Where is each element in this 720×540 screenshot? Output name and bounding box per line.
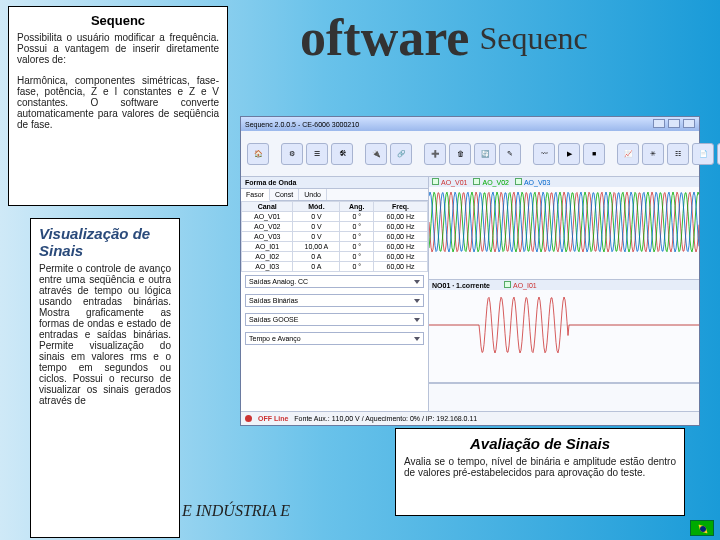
table-cell[interactable]: 60,00 Hz [374,262,428,272]
ribbon-list-icon[interactable]: ☷ [667,143,689,165]
info-box-visualizacao: Visualização de Sinais Permite o control… [30,218,180,538]
tab-undo[interactable]: Undo [299,189,327,200]
table-row[interactable]: AO_I030 A0 °60,00 Hz [242,262,428,272]
table-cell[interactable]: 0 ° [340,232,374,242]
ribbon-config-icon[interactable]: 🛠 [331,143,353,165]
table-cell[interactable]: 0 ° [340,252,374,262]
col-freq: Freq. [374,202,428,212]
table-cell[interactable]: 0 ° [340,212,374,222]
window-close-button[interactable] [683,119,695,128]
table-cell[interactable]: 60,00 Hz [374,212,428,222]
app-title: Sequenc 2.0.0.5 - CE-6006 3000210 [245,121,359,128]
status-indicator-icon [245,415,252,422]
app-titlebar[interactable]: Sequenc 2.0.0.5 - CE-6006 3000210 [241,117,699,131]
table-row[interactable]: AO_V010 V0 °60,00 Hz [242,212,428,222]
col-mod: Mód. [293,202,340,212]
dropdown-saidas-analog[interactable]: Saídas Analog. CC [245,275,424,288]
info-box-sequenc: Sequenc Possibilita o usuário modificar … [8,6,228,206]
ribbon-wave-icon[interactable]: 〰 [533,143,555,165]
table-row[interactable]: AO_V030 V0 °60,00 Hz [242,232,428,242]
ribbon-settings-icon[interactable]: ⚙ [281,143,303,165]
dropdown-saidas-binarias[interactable]: Saídas Binárias [245,294,424,307]
dropdown-tempo-avanco[interactable]: Tempo e Avanço [245,332,424,345]
status-mode: OFF Line [258,415,288,422]
info-box-avaliacao: Avaliação de Sinais Avalia se o tempo, n… [395,428,685,516]
table-cell[interactable]: 60,00 Hz [374,222,428,232]
window-minimize-button[interactable] [653,119,665,128]
table-cell[interactable]: AO_V01 [242,212,293,222]
ribbon-chart-icon[interactable]: 📈 [617,143,639,165]
table-cell[interactable]: AO_I01 [242,242,293,252]
tab-const[interactable]: Const [270,189,299,200]
tab-fasor[interactable]: Fasor [241,189,270,201]
info-box-avaliacao-heading: Avaliação de Sinais [404,435,676,452]
legend-v03[interactable]: AO_V03 [524,179,550,186]
table-cell[interactable]: AO_V02 [242,222,293,232]
table-row[interactable]: AO_I020 A0 °60,00 Hz [242,252,428,262]
dropdown-label: Saídas Analog. CC [249,278,308,285]
status-info: Fonte Aux.: 110,00 V / Aquecimento: 0% /… [294,415,477,422]
dropdown-saidas-goose[interactable]: Saídas GOOSE [245,313,424,326]
footer-text: E INDÚSTRIA E [182,502,290,520]
table-cell[interactable]: 60,00 Hz [374,252,428,262]
col-ang: Ang. [340,202,374,212]
chart2-title: NO01 · 1.corrente [432,282,490,289]
ribbon-play-icon[interactable]: ▶ [558,143,580,165]
table-cell[interactable]: 0 ° [340,242,374,252]
ribbon-toolbar: 🏠 ⚙ ☰ 🛠 🔌 🔗 ➕ 🗑 🔄 ✎ 〰 [241,131,699,177]
table-cell[interactable]: 0 A [293,252,340,262]
table-cell[interactable]: AO_V03 [242,232,293,242]
table-cell[interactable]: 10,00 A [293,242,340,252]
left-panel: Forma de Onda Fasor Const Undo Canal Mód… [241,177,429,411]
legend-i01[interactable]: AO_I01 [513,282,537,289]
chevron-down-icon [414,299,420,303]
table-cell[interactable]: 0 V [293,232,340,242]
table-cell[interactable]: 60,00 Hz [374,232,428,242]
ribbon-add-icon[interactable]: ➕ [424,143,446,165]
info-box-visualizacao-heading: Visualização de Sinais [39,225,171,259]
table-cell[interactable]: 60,00 Hz [374,242,428,252]
legend-v01[interactable]: AO_V01 [441,179,467,186]
ribbon-report-icon[interactable]: 📄 [692,143,714,165]
ribbon-link-icon[interactable]: 🔗 [390,143,412,165]
ribbon-stop-icon[interactable]: ■ [583,143,605,165]
dropdown-label: Saídas GOOSE [249,316,298,323]
status-bar: OFF Line Fonte Aux.: 110,00 V / Aquecime… [241,411,699,425]
table-cell[interactable]: AO_I02 [242,252,293,262]
bottom-tabs[interactable] [429,383,699,411]
ribbon-refresh-icon[interactable]: 🔄 [474,143,496,165]
table-row[interactable]: AO_V020 V0 °60,00 Hz [242,222,428,232]
ribbon-phasor-icon[interactable]: ✳ [642,143,664,165]
window-maximize-button[interactable] [668,119,680,128]
table-cell[interactable]: 0 V [293,212,340,222]
ribbon-delete-icon[interactable]: 🗑 [449,143,471,165]
ribbon-edit-icon[interactable]: ✎ [499,143,521,165]
app-window: Sequenc 2.0.0.5 - CE-6006 3000210 🏠 ⚙ ☰ … [240,116,700,426]
page-title-main: oftware [300,9,469,66]
info-box-visualizacao-p1: Permite o controle de avanço entre uma s… [39,263,171,406]
chevron-down-icon [414,280,420,284]
dropdown-label: Saídas Binárias [249,297,298,304]
table-cell[interactable]: 0 V [293,222,340,232]
table-cell[interactable]: 0 ° [340,262,374,272]
ribbon-channels-icon[interactable]: ☰ [306,143,328,165]
ribbon-connect-icon[interactable]: 🔌 [365,143,387,165]
info-box-sequenc-p1: Possibilita o usuário modificar a frequê… [17,32,219,65]
table-cell[interactable]: 0 A [293,262,340,272]
table-cell[interactable]: AO_I03 [242,262,293,272]
chevron-down-icon [414,318,420,322]
legend-v02[interactable]: AO_V02 [482,179,508,186]
ribbon-home-icon[interactable]: 🏠 [247,143,269,165]
table-cell[interactable]: 0 ° [340,222,374,232]
info-box-sequenc-heading: Sequenc [17,13,219,28]
col-channel: Canal [242,202,293,212]
channel-table[interactable]: Canal Mód. Ang. Freq. AO_V010 V0 °60,00 … [241,201,428,272]
chevron-down-icon [414,337,420,341]
chart-voltage: AO_V01 AO_V02 AO_V03 [429,177,699,280]
svg-rect-0 [429,187,699,257]
brazil-flag-icon[interactable] [690,520,714,536]
info-box-avaliacao-p1: Avalia se o tempo, nível de binária e am… [404,456,676,478]
table-row[interactable]: AO_I0110,00 A0 °60,00 Hz [242,242,428,252]
left-panel-title: Forma de Onda [241,177,428,189]
page-title-sub: Sequenc [479,20,587,56]
